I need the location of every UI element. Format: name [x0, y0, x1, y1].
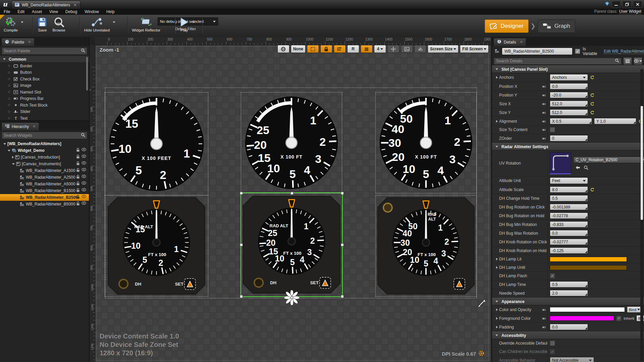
tab-palette[interactable]: Palette✕ [1, 38, 35, 46]
expander-right-icon[interactable] [12, 156, 14, 159]
use-selected-asset-icon[interactable] [575, 166, 580, 170]
palette-scrollbar[interactable] [86, 57, 88, 90]
search-widgets-input[interactable]: Search Widgets [2, 132, 87, 139]
dropdown[interactable]: Not Accessible [550, 357, 594, 362]
expander-down-icon[interactable] [12, 163, 15, 165]
transform-button[interactable] [387, 45, 399, 53]
play-button[interactable]: Play [177, 16, 192, 33]
maximize-button[interactable] [623, 1, 631, 8]
visibility-eye-icon[interactable] [82, 155, 86, 159]
reset-to-default-icon[interactable] [590, 93, 594, 97]
expander-right-icon[interactable] [496, 258, 498, 260]
favorite-star-icon[interactable]: ☆ [7, 103, 11, 107]
reset-to-default-icon[interactable] [590, 102, 594, 106]
palette-item-slider[interactable]: ☆Slider [0, 109, 89, 115]
preview-image-button[interactable] [401, 45, 413, 53]
palette-item-text[interactable]: ☆TText [0, 115, 89, 120]
checkbox[interactable]: ✓ [550, 273, 555, 279]
mode-graph-button[interactable]: Graph [538, 19, 575, 33]
number-input[interactable]: 512.0 [550, 101, 588, 107]
menu-edit[interactable]: Edit [14, 9, 28, 14]
dropdown[interactable]: Anchors [550, 74, 588, 81]
palette-item-border[interactable]: ☆Border [0, 63, 89, 69]
number-input[interactable]: -0.833 [550, 221, 588, 228]
number-input[interactable]: -20.0 [550, 92, 588, 98]
view-options-button[interactable] [634, 57, 642, 65]
details-scrollbar[interactable] [640, 69, 643, 361]
palette-item-progress-bar[interactable]: ☆Progress Bar [0, 96, 89, 102]
grid-button[interactable] [361, 45, 373, 53]
globe-button[interactable] [277, 45, 289, 53]
section-accessibility[interactable]: Accessibility [492, 331, 644, 339]
section-slot-canvas-panel-slot-[interactable]: Slot (Canvas Panel Slot) [492, 65, 644, 73]
favorite-star-icon[interactable]: ☆ [7, 77, 11, 81]
dpi-settings-gear-icon[interactable] [478, 350, 485, 358]
palette-item-rich-text-block[interactable]: ☆Rich Text Block [0, 102, 89, 109]
favorite-star-icon[interactable]: ☆ [7, 83, 11, 88]
parent-class-link[interactable]: User Widget [619, 9, 641, 14]
section-radar-altimeter-settings[interactable]: Radar Altimeter Settings [492, 143, 644, 150]
canvas-btn-4[interactable]: 4 [374, 45, 386, 53]
close-icon[interactable]: ✕ [520, 40, 523, 44]
number-input[interactable]: -0.125 [550, 247, 588, 254]
lock-icon[interactable] [76, 175, 80, 179]
edit-blueprint-link[interactable]: Edit WB_RadarAltimete [604, 49, 644, 54]
gauge-WB_RadarAltimeter_A1500[interactable]: 1251015X 100 FEET [105, 93, 208, 195]
palette-category-common[interactable]: Common [0, 56, 89, 63]
canvas-btn-r[interactable]: R [347, 45, 359, 53]
bind-plug-icon[interactable] [542, 308, 546, 312]
menu-asset[interactable]: Asset [28, 9, 46, 14]
color-swatch[interactable] [550, 265, 627, 270]
canvas-btn-screen-size[interactable]: Screen Size [428, 45, 459, 53]
expander-down-icon[interactable] [8, 150, 10, 152]
hierarchy-row-wb_demoradaraltimeters[interactable]: [WB_DemoRadarAltimeters] [0, 140, 89, 147]
number-input[interactable]: 2.0 [550, 290, 588, 296]
bind-plug-icon[interactable] [542, 85, 546, 88]
reset-to-default-icon[interactable] [590, 75, 594, 79]
alignment-y-input[interactable]: Y 1.0 [594, 118, 636, 124]
hierarchy-row-wb_radaraltimeter_a2500[interactable]: WB_RadarAltimeter_A2500 [0, 174, 89, 181]
close-icon[interactable]: ✕ [28, 40, 31, 44]
property-matrix-button[interactable] [623, 57, 632, 65]
tab-hierarchy[interactable]: Hierarchy✕ [1, 122, 39, 130]
expander-right-icon[interactable] [496, 308, 498, 311]
hierarchy-row-canvas_introduction[interactable]: [Canvas_Introduction] [0, 154, 89, 161]
resize-handle[interactable] [341, 243, 344, 246]
chevron-down-icon[interactable] [192, 21, 195, 23]
chevron-down-icon[interactable] [113, 21, 115, 23]
expander-right-icon[interactable] [496, 317, 498, 320]
number-input[interactable]: -0.02778 [550, 213, 588, 219]
favorite-star-icon[interactable]: ☆ [7, 116, 11, 120]
hierarchy-row-widget_demo[interactable]: Widget_Demo [0, 147, 89, 154]
browse-to-asset-icon[interactable] [584, 165, 588, 170]
is-variable-checkbox[interactable]: ✓ [575, 49, 580, 54]
hierarchy-row-wb_radaraltimeter_b1500[interactable]: WB_RadarAltimeter_B1500 [0, 187, 89, 194]
favorite-star-icon[interactable]: ☆ [7, 97, 11, 101]
bind-plug-icon[interactable] [542, 94, 546, 97]
visibility-eye-icon[interactable] [82, 168, 86, 172]
expander-right-icon[interactable] [496, 120, 498, 123]
search-palette-input[interactable]: Search Palette [2, 47, 87, 55]
bind-plug-icon[interactable] [542, 102, 546, 106]
close-icon[interactable]: ✕ [33, 124, 36, 129]
canvas-btn-fill-screen[interactable]: Fill Screen [460, 45, 489, 53]
palette-item-named-slot[interactable]: ☆✳Named Slot [0, 89, 89, 96]
number-input[interactable]: 512.0 [550, 109, 588, 116]
color-swatch[interactable] [550, 257, 627, 262]
details-scrollbar-thumb[interactable] [641, 106, 643, 220]
gauge-WB_RadarAltimeter_B2500[interactable]: 1234510152025RAD ALTFT x 100DHSET [241, 193, 342, 296]
hierarchy-row-canvas_instruments[interactable]: [Canvas_Instruments] [0, 161, 89, 167]
canvas-btn-none[interactable]: None [291, 45, 306, 53]
chevron-down-icon[interactable] [21, 21, 23, 23]
design-surface[interactable]: 1251015X 100 FEET1234510152025X 100 FT12… [95, 45, 491, 362]
alignment-x-input[interactable]: X 0.5 [550, 118, 592, 124]
resize-handle[interactable] [341, 295, 344, 298]
anchor-medallion-icon[interactable] [284, 290, 299, 305]
bind-plug-icon[interactable] [542, 128, 546, 132]
anchor-box-button[interactable] [307, 45, 319, 53]
number-input[interactable]: 0.5 [550, 281, 588, 288]
hierarchy-row-wb_radaraltimeter_a1500[interactable]: WB_RadarAltimeter_A1500 [0, 167, 89, 174]
color-swatch[interactable] [550, 316, 614, 321]
reset-to-default-icon[interactable] [590, 111, 594, 115]
checkbox[interactable] [550, 127, 555, 132]
